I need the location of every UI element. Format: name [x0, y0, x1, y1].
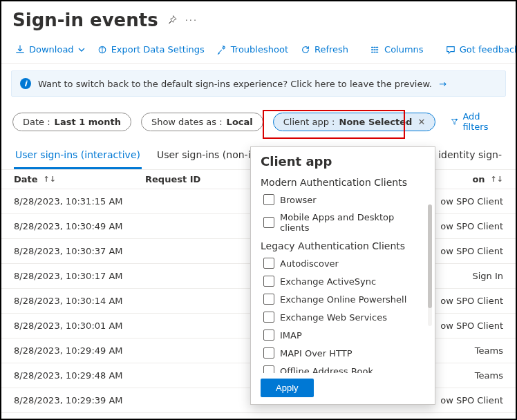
column-date-label: Date	[14, 174, 38, 184]
refresh-label: Refresh	[314, 44, 348, 55]
checkbox-option[interactable]: Mobile Apps and Desktop clients	[251, 209, 435, 236]
filter-clientapp-value: None Selected	[339, 117, 413, 127]
option-label: Offline Address Book	[280, 366, 373, 374]
option-label: Exchange ActiveSync	[280, 276, 376, 287]
column-app-label: on	[472, 174, 485, 184]
scrollbar-thumb[interactable]	[428, 204, 432, 308]
option-label: Mobile Apps and Desktop clients	[280, 212, 425, 233]
filter-clientapp[interactable]: Client app : None Selected ✕	[273, 113, 436, 131]
filter-clientapp-label: Client app :	[283, 117, 335, 127]
troubleshoot-label: Troubleshoot	[231, 44, 288, 55]
more-icon[interactable]: ···	[185, 15, 198, 26]
filter-showdates[interactable]: Show dates as : Local	[141, 113, 263, 131]
checkbox-option[interactable]: Offline Address Book	[251, 362, 435, 373]
option-label: Exchange Web Services	[280, 312, 387, 323]
download-button[interactable]: Download	[11, 41, 89, 57]
info-icon: i	[20, 78, 31, 89]
dropdown-title: Client app	[251, 154, 435, 173]
checkbox-option[interactable]: Exchange Web Services	[251, 308, 435, 326]
checkbox-icon	[263, 330, 274, 341]
download-label: Download	[29, 44, 74, 55]
option-label: MAPI Over HTTP	[280, 348, 352, 359]
cell-date: 8/28/2023, 10:30:37 AM	[14, 246, 221, 256]
cell-date: 8/28/2023, 10:30:17 AM	[14, 271, 221, 281]
feedback-button[interactable]: Got feedback?	[442, 41, 517, 57]
filter-date-value: Last 1 month	[55, 117, 121, 127]
checkbox-icon	[263, 347, 274, 359]
cell-date: 8/28/2023, 10:30:01 AM	[14, 321, 221, 331]
clientapp-dropdown: Client app Modern Authentication Clients…	[250, 146, 435, 405]
info-bar-text: Want to switch back to the default sign-…	[38, 79, 432, 89]
refresh-button[interactable]: Refresh	[297, 41, 352, 57]
checkbox-icon	[263, 312, 274, 323]
page-title: Sign-in events	[12, 10, 158, 30]
column-date[interactable]: Date ↑↓	[14, 174, 145, 184]
command-bar: Download Export Data Settings Troublesho…	[1, 36, 516, 64]
checkbox-option[interactable]: Browser	[251, 191, 435, 209]
checkbox-icon	[263, 258, 274, 269]
cell-date: 8/28/2023, 10:29:39 AM	[14, 395, 221, 405]
cell-date: 8/28/2023, 10:30:14 AM	[14, 296, 221, 306]
cell-date: 8/28/2023, 10:31:15 AM	[14, 196, 221, 207]
tab-interactive[interactable]: User sign-ins (interactive)	[14, 145, 142, 169]
cell-date: 8/28/2023, 10:29:48 AM	[14, 370, 221, 381]
checkbox-option[interactable]: Exchange ActiveSync	[251, 272, 435, 290]
option-label: Autodiscover	[280, 258, 339, 269]
table-row[interactable]: 8/28/2023, 10:29:25 AMow SPO Client	[1, 413, 516, 420]
checkbox-option[interactable]: MAPI Over HTTP	[251, 344, 435, 362]
checkbox-icon	[263, 194, 274, 205]
filter-icon	[451, 117, 458, 126]
troubleshoot-button[interactable]: Troubleshoot	[213, 41, 292, 57]
info-bar[interactable]: i Want to switch back to the default sig…	[11, 70, 506, 97]
checkbox-option[interactable]: IMAP	[251, 326, 435, 344]
apply-button[interactable]: Apply	[261, 379, 314, 397]
cell-date: 8/28/2023, 10:30:49 AM	[14, 221, 221, 231]
checkbox-icon	[263, 217, 274, 228]
arrow-right-icon: →	[439, 79, 446, 89]
checkbox-icon	[263, 294, 274, 305]
feedback-label: Got feedback?	[460, 44, 517, 55]
add-filters-button[interactable]: Add filters	[445, 108, 505, 135]
checkbox-option[interactable]: Exchange Online Powershell	[251, 290, 435, 308]
export-button[interactable]: Export Data Settings	[93, 41, 209, 57]
export-label: Export Data Settings	[111, 44, 205, 55]
filter-date-label: Date :	[23, 117, 50, 127]
checkbox-icon	[263, 365, 274, 373]
option-label: Browser	[280, 195, 317, 205]
checkbox-icon	[263, 276, 274, 287]
cell-date: 8/28/2023, 10:29:49 AM	[14, 345, 221, 356]
group-legacy-auth: Legacy Authentication Clients	[251, 236, 435, 254]
chevron-down-icon	[78, 46, 85, 53]
filter-showdates-label: Show dates as :	[151, 117, 223, 127]
add-filters-label: Add filters	[462, 111, 499, 132]
option-label: IMAP	[280, 330, 302, 341]
sort-icon: ↑↓	[44, 175, 56, 184]
pin-icon[interactable]	[167, 15, 177, 26]
columns-label: Columns	[384, 44, 424, 55]
option-label: Exchange Online Powershell	[280, 294, 406, 305]
filter-pills: Date : Last 1 month Show dates as : Loca…	[1, 104, 516, 142]
columns-button[interactable]: Columns	[366, 41, 428, 57]
filter-date[interactable]: Date : Last 1 month	[12, 113, 131, 131]
close-icon[interactable]: ✕	[417, 117, 425, 127]
filter-showdates-value: Local	[227, 117, 253, 127]
checkbox-option[interactable]: Autodiscover	[251, 254, 435, 272]
group-modern-auth: Modern Authentication Clients	[251, 173, 435, 191]
column-request-id[interactable]: Request ID	[145, 174, 263, 184]
sort-icon: ↑↓	[491, 175, 503, 184]
